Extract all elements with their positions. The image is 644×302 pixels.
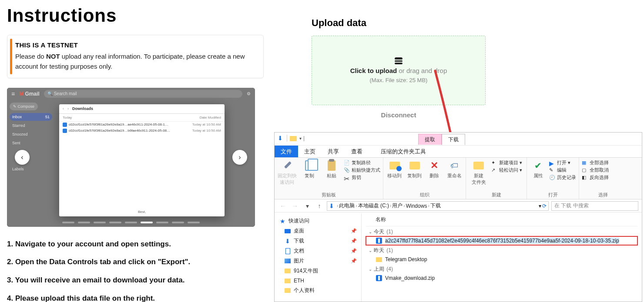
ribbon-edit[interactable]: ✎编辑: [549, 167, 576, 173]
file-explorer-window: ⬇ ▾ │ 提取 下载 文件 主页 共享 查看 压缩的文件夹工具 固定到快 速访…: [274, 132, 642, 302]
qat-dropdown-icon[interactable]: ▾ │: [299, 136, 305, 141]
explorer-search[interactable]: 在 下载 中搜索: [551, 201, 638, 211]
file-name: a2c247ffd77f8a145d71082ef2e4599c4f46ec87…: [385, 238, 619, 244]
group-yesterday[interactable]: ⌄昨天 (1): [366, 245, 637, 255]
tree-downloads[interactable]: ⬇下载📌: [275, 236, 361, 246]
edit-icon: ✎: [549, 167, 555, 173]
ribbon-invert[interactable]: ◧反向选择: [582, 174, 609, 181]
file-list: 名称 ⌄今天 (1) a2c247ffd77f8a145d71082ef2e45…: [362, 213, 642, 302]
nav-recent-button[interactable]: ▾: [302, 201, 312, 211]
finder-footer: Best,: [59, 210, 225, 214]
nav-back-button[interactable]: ←: [278, 201, 288, 211]
nav-forward-button[interactable]: →: [290, 201, 300, 211]
download-icon: ⬇: [284, 238, 291, 245]
gmail-search: 🔍 Search mail: [44, 90, 242, 98]
tree-documents[interactable]: 文档📌: [275, 246, 361, 256]
crumb-downloads[interactable]: 下载: [430, 202, 441, 209]
disconnect-button[interactable]: Disconnect: [312, 111, 486, 119]
ribbon-group-organize: 组织: [386, 191, 463, 199]
ribbon-selectall[interactable]: ▦全部选择: [582, 159, 609, 166]
ribbon-pin[interactable]: 固定到快 速访问: [277, 159, 297, 186]
testnet-callout: THIS IS A TESTNET Please do NOT upload a…: [7, 35, 264, 78]
easyaccess-icon: ↗: [491, 167, 497, 173]
explorer-addressbar: ← → ▾ ↑ ⬇ › 此电脑› 本地磁盘 (C:)› 用户› Windows›…: [275, 199, 642, 212]
ribbon-delete[interactable]: ✕删除: [426, 159, 443, 179]
newitem-icon: ✦: [491, 160, 497, 166]
crumb-windows[interactable]: Windows: [406, 203, 427, 209]
ribbon-copyto[interactable]: 复制到: [406, 159, 423, 179]
gmail-logo: M Gmail: [19, 91, 40, 97]
copy-icon: [305, 160, 314, 171]
tree-folder[interactable]: 个人资料: [275, 285, 361, 295]
crumb-users[interactable]: 用户: [392, 202, 402, 209]
tab-downloads[interactable]: 下载: [442, 134, 465, 145]
menu-file[interactable]: 文件: [275, 146, 298, 157]
starred-item: Starred: [10, 122, 52, 129]
nav-tree: ★快速访问 桌面📌 ⬇下载📌 文档📌 图片📌 914又牛围 ETH 个人资料: [275, 213, 362, 302]
tree-folder[interactable]: 914又牛围: [275, 266, 361, 276]
group-lastweek[interactable]: ⌄上周 (4): [366, 264, 637, 274]
pin-icon: 📌: [351, 248, 357, 254]
upload-dropzone[interactable]: Click to upload or drag and drop (Max. F…: [312, 36, 486, 105]
copyto-icon: [409, 162, 420, 169]
pin-icon: 📌: [351, 228, 357, 234]
finder-fwd-icon: ›: [67, 106, 69, 111]
refresh-icon[interactable]: ⟳: [542, 203, 547, 209]
delete-icon: ✕: [428, 159, 440, 172]
folder-icon: [285, 279, 291, 283]
carousel-prev-button[interactable]: ‹: [15, 150, 30, 165]
tree-quickaccess[interactable]: ★快速访问: [275, 216, 361, 226]
menu-home[interactable]: 主页: [298, 146, 322, 157]
ribbon-copypath[interactable]: 📄复制路径: [344, 159, 380, 166]
paste-icon: [328, 160, 335, 171]
star-icon: ★: [279, 218, 286, 225]
ribbon-group-open: 打开: [530, 191, 576, 199]
ribbon-selectnone[interactable]: ▢全部取消: [582, 167, 609, 173]
nav-up-button[interactable]: ↑: [315, 201, 324, 211]
breadcrumb[interactable]: ⬇ › 此电脑› 本地磁盘 (C:)› 用户› Windows› 下载 ▾ ⟳: [327, 201, 549, 211]
ribbon-easyaccess[interactable]: ↗轻松访问 ▾: [491, 167, 522, 173]
menu-view[interactable]: 查看: [345, 146, 369, 157]
ribbon-newitem[interactable]: ✦新建项目 ▾: [491, 159, 522, 166]
folder-icon: [285, 269, 291, 273]
ribbon-group-select: 选择: [582, 191, 624, 199]
ribbon-history[interactable]: 🕘历史记录: [549, 174, 576, 181]
ribbon-rename[interactable]: 🏷重命名: [446, 159, 463, 179]
invert-icon: ◧: [582, 175, 588, 181]
group-today[interactable]: ⌄今天 (1): [366, 226, 637, 236]
carousel-next-button[interactable]: ›: [232, 150, 247, 165]
ribbon-paste[interactable]: 粘贴: [322, 159, 341, 179]
contextual-tab-extract[interactable]: 提取: [418, 134, 442, 145]
file-row[interactable]: Telegram Desktop: [366, 255, 637, 264]
tree-pictures[interactable]: 图片📌: [275, 256, 361, 266]
crumb-pc[interactable]: 此电脑: [339, 202, 355, 209]
download-icon: ⬇: [329, 202, 334, 209]
ribbon-pasteshortcut[interactable]: 📎粘贴快捷方式: [344, 167, 380, 173]
menu-ziptools[interactable]: 压缩的文件夹工具: [375, 146, 432, 157]
file-row[interactable]: Vmake_download.zip: [366, 274, 637, 282]
instructions-heading: Instructions: [7, 5, 264, 26]
upload-heading: Upload data: [312, 17, 494, 29]
file-row-selected[interactable]: a2c247ffd77f8a145d71082ef2e4599c4f46ec87…: [366, 236, 637, 245]
ribbon-cut[interactable]: ✂剪切: [344, 174, 380, 181]
inbox-item: Inbox51: [10, 113, 52, 121]
ribbon-copy[interactable]: 复制: [299, 159, 319, 179]
ribbon-properties[interactable]: ✔属性: [530, 159, 547, 179]
menu-share[interactable]: 共享: [322, 146, 345, 157]
col-name[interactable]: 名称: [366, 213, 637, 226]
ribbon-moveto[interactable]: 移动到: [386, 159, 403, 179]
crumb-disk[interactable]: 本地磁盘 (C:): [358, 202, 389, 209]
zip-icon: [376, 275, 382, 281]
finder-row: c02ccf1cd1fe576f3f61a26e92e8a19…b6fae46c…: [59, 128, 225, 134]
tree-desktop[interactable]: 桌面📌: [275, 226, 361, 236]
quick-access-toolbar: ⬇ ▾ │: [276, 134, 305, 142]
crumb-dropdown-icon[interactable]: ▾: [539, 203, 541, 209]
ribbon-newfolder[interactable]: 新建 文件夹: [469, 159, 489, 186]
tree-folder[interactable]: ETH: [275, 276, 361, 285]
ribbon-open[interactable]: ▶打开 ▾: [549, 159, 576, 166]
testnet-body-pre: Please do: [15, 53, 46, 60]
document-icon: [285, 248, 290, 254]
gmail-screenshot: ≡ M Gmail 🔍 Search mail ⚙ ✎ Compose Inbo…: [7, 88, 255, 227]
pin-icon: 📌: [351, 238, 357, 244]
finder-window: ‹ › Downloads TodayDate Modified c02ccf1…: [59, 104, 225, 216]
